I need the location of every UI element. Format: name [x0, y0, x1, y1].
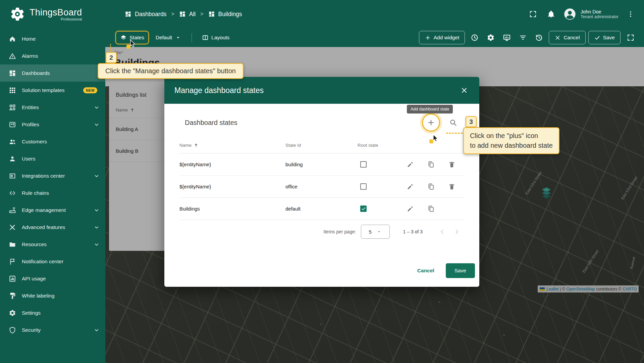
clock-icon	[471, 34, 479, 42]
chevron-down-icon	[93, 121, 100, 128]
search-states-button[interactable]	[445, 115, 461, 130]
sidebar-item-rule-chains[interactable]: Rule chains	[0, 184, 105, 201]
breadcrumb-item-buildings[interactable]: Buildings	[208, 11, 242, 18]
chevron-down-icon	[93, 104, 100, 111]
notification-icon	[9, 258, 16, 265]
header-actions: John Doe Tenant administrator	[526, 7, 638, 21]
next-page-button[interactable]	[449, 224, 464, 239]
copy-icon	[427, 161, 435, 168]
sidebar-item-label: Rule chains	[22, 190, 100, 196]
delete-state-button[interactable]	[441, 157, 462, 172]
edit-state-button[interactable]	[400, 179, 421, 194]
sidebar-item-security[interactable]: Security	[0, 321, 105, 338]
timewindow-button[interactable]	[468, 31, 482, 45]
edit-state-button[interactable]	[400, 201, 421, 216]
chevron-down-icon	[93, 327, 100, 333]
sidebar-item-customers[interactable]: Customers	[0, 133, 105, 150]
root-state-cell	[358, 161, 400, 168]
user-menu[interactable]: John Doe Tenant administrator	[563, 7, 619, 21]
state-id: default	[285, 206, 358, 212]
breadcrumb-item-all[interactable]: All	[179, 11, 196, 18]
notifications-button[interactable]	[544, 7, 558, 21]
sidebar-item-api-usage[interactable]: API usage	[0, 270, 105, 287]
sidebar-item-entities[interactable]: Entities	[0, 99, 105, 116]
delete-state-button[interactable]	[441, 179, 462, 194]
settings-button[interactable]	[484, 31, 498, 45]
sidebar-item-resources[interactable]: Resources	[0, 236, 105, 253]
state-name: ${entityName}	[179, 184, 285, 189]
chevron-right-icon	[453, 228, 461, 235]
logo[interactable]: ThingsBoard Professional	[9, 6, 110, 22]
pagination-range: 1 – 3 of 3	[403, 229, 423, 234]
close-dialog-button[interactable]	[457, 83, 471, 97]
filters-button[interactable]	[516, 31, 530, 45]
caret-down-icon	[175, 34, 181, 41]
settings-icon	[9, 309, 16, 317]
history-button[interactable]	[532, 31, 546, 45]
sidebar-item-users[interactable]: Users	[0, 150, 105, 167]
sidebar-item-label: Security	[22, 327, 88, 333]
apps-icon	[9, 87, 16, 94]
pencil-icon	[407, 205, 414, 213]
sidebar-item-label: Customers	[22, 139, 100, 145]
sidebar-item-advanced-features[interactable]: Advanced features	[0, 219, 105, 236]
sidebar-item-white-labeling[interactable]: White labeling	[0, 287, 105, 304]
dialog-cancel-button[interactable]: Cancel	[415, 264, 437, 277]
sidebar-item-label: Solution templates	[22, 87, 77, 93]
layouts-button[interactable]: Layouts	[198, 31, 233, 44]
sidebar-item-label: Entities	[22, 104, 88, 110]
sidebar-item-integrations-center[interactable]: Integrations center	[0, 167, 105, 184]
sidebar-item-home[interactable]: Home	[0, 30, 105, 47]
rule-chains-icon	[9, 189, 16, 197]
root-state-checkbox[interactable]	[360, 183, 367, 190]
sidebar-item-label: Profiles	[22, 122, 88, 128]
items-per-page-select[interactable]: 5	[361, 225, 390, 239]
dialog-save-button[interactable]: Save	[446, 263, 475, 278]
sidebar-item-solution-templates[interactable]: Solution templatesNEW	[0, 82, 105, 99]
add-dashboard-state-button[interactable]	[422, 114, 440, 132]
display-button[interactable]	[500, 31, 514, 45]
name-column-header[interactable]: Name	[179, 143, 285, 148]
sidebar-item-label: Users	[22, 156, 100, 162]
expand-button[interactable]	[623, 30, 638, 45]
sidebar-item-dashboards[interactable]: Dashboards	[0, 64, 105, 82]
breadcrumb-label: Buildings	[218, 11, 242, 18]
more-menu-button[interactable]	[623, 7, 638, 21]
pencil-icon	[407, 183, 414, 190]
state-name: ${entityName}	[179, 162, 285, 167]
state-select[interactable]: Default	[152, 31, 185, 44]
sidebar-item-notification-center[interactable]: Notification center	[0, 253, 105, 270]
duplicate-state-button[interactable]	[421, 179, 441, 194]
duplicate-state-button[interactable]	[421, 201, 441, 216]
cancel-button[interactable]: Cancel	[549, 31, 585, 44]
pencil-icon	[407, 161, 414, 168]
chevron-left-icon	[438, 228, 446, 235]
fullscreen-button[interactable]	[526, 7, 540, 21]
add-widget-label: Add widget	[434, 35, 460, 41]
state-actions	[400, 201, 464, 216]
sidebar-item-profiles[interactable]: Profiles	[0, 116, 105, 133]
breadcrumb-label: Dashboards	[135, 11, 166, 18]
dashboard-states-heading: Dashboard states	[185, 119, 422, 127]
breadcrumb-item-dashboards[interactable]: Dashboards	[125, 11, 166, 18]
fullscreen-icon	[627, 34, 635, 42]
root-state-checkbox[interactable]	[360, 161, 367, 168]
sidebar-item-alarms[interactable]: Alarms	[0, 47, 105, 64]
duplicate-state-button[interactable]	[421, 157, 441, 172]
root-state-column-header: Root state	[358, 143, 400, 148]
edit-state-button[interactable]	[400, 157, 421, 172]
add-widget-button[interactable]: Add widget	[419, 31, 465, 44]
sidebar-item-settings[interactable]: Settings	[0, 304, 105, 321]
manage-states-button[interactable]: States	[115, 31, 149, 44]
save-button[interactable]: Save	[588, 31, 621, 44]
sidebar-item-edge-management[interactable]: Edge management	[0, 201, 105, 219]
sidebar: HomeAlarmsDashboardsSolution templatesNE…	[0, 28, 105, 363]
previous-page-button[interactable]	[435, 224, 449, 239]
chevron-down-icon	[93, 224, 100, 231]
edge-icon	[9, 207, 16, 214]
layers-icon	[120, 34, 127, 41]
top-header: ThingsBoard Professional Dashboards>All>…	[0, 0, 644, 28]
root-state-checkbox[interactable]	[360, 206, 367, 212]
new-badge: NEW	[83, 87, 97, 93]
entities-icon	[9, 104, 16, 111]
